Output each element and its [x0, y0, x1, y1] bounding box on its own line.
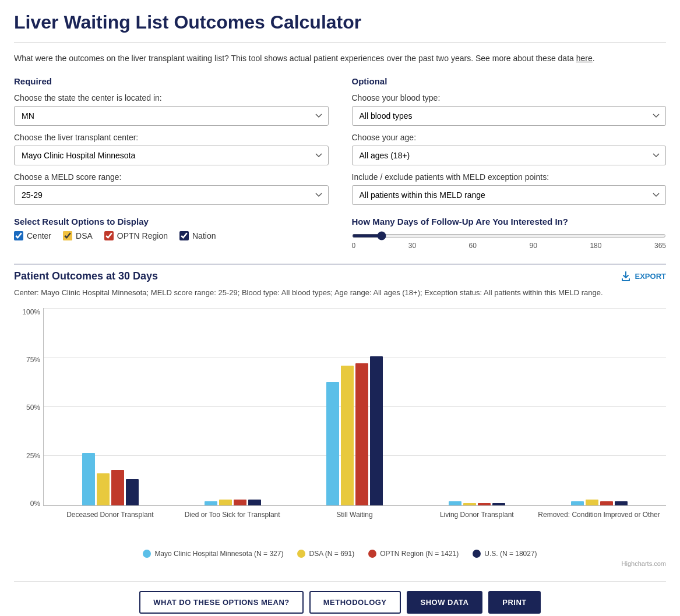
required-label: Required	[14, 76, 329, 86]
checkbox-item-cb_optn[interactable]: OPTN Region	[104, 231, 168, 240]
highcharts-credit: Highcharts.com	[14, 560, 666, 567]
y-label: 0%	[14, 500, 40, 508]
x-label: Still Waiting	[294, 511, 416, 520]
bar	[370, 356, 383, 505]
btn_print[interactable]: PRINT	[488, 591, 541, 614]
legend-dot	[297, 550, 305, 558]
checkbox-section: Select Result Options to Display CenterD…	[14, 217, 329, 240]
title-divider	[14, 43, 666, 43]
checkbox-cb_center[interactable]	[14, 231, 23, 240]
bar-group	[326, 356, 383, 505]
bars-container	[44, 308, 666, 505]
btn_show_data[interactable]: SHOW DATA	[407, 591, 483, 614]
bar	[449, 501, 461, 505]
legend: Mayo Clinic Hospital Minnesota (N = 327)…	[14, 550, 666, 558]
results-subtitle: Center: Mayo Clinic Hospital Minnesota; …	[14, 287, 666, 299]
bar	[355, 363, 368, 505]
checkbox-label-cb_optn: OPTN Region	[117, 231, 168, 240]
bar-group	[571, 500, 628, 505]
x-label: Removed: Condition Improved or Other	[538, 511, 660, 520]
bar-group-inner	[82, 453, 139, 505]
checkbox-cb_nation[interactable]	[179, 231, 189, 240]
options-row: Select Result Options to Display CenterD…	[14, 217, 666, 250]
checkbox-item-cb_center[interactable]: Center	[14, 231, 51, 240]
slider-label: 30	[408, 242, 416, 250]
y-label: 75%	[14, 356, 40, 364]
blood-type-select[interactable]: All blood types	[352, 106, 667, 126]
export-label: EXPORT	[635, 272, 666, 281]
x-label: Living Donor Transplant	[415, 511, 538, 520]
center-select[interactable]: Mayo Clinic Hospital Minnesota	[14, 146, 329, 165]
legend-label: OPTN Region (N = 1421)	[380, 550, 459, 558]
bar-group	[82, 453, 139, 505]
checkbox-item-cb_nation[interactable]: Nation	[179, 231, 216, 240]
slider-label: 90	[530, 242, 537, 250]
legend-item: OPTN Region (N = 1421)	[368, 550, 459, 558]
checkbox-label-cb_dsa: DSA	[76, 231, 93, 240]
bar	[600, 501, 613, 505]
bar	[248, 500, 261, 505]
state-select[interactable]: MN	[14, 106, 329, 126]
y-axis: 100%75%50%25%0%	[14, 308, 40, 520]
legend-dot	[473, 550, 481, 558]
meld-label: Choose a MELD score range:	[14, 172, 329, 182]
y-label: 100%	[14, 308, 40, 316]
bar	[205, 501, 217, 505]
bar	[82, 453, 95, 505]
x-labels: Deceased Donor TransplantDied or Too Sic…	[43, 506, 666, 520]
slider-label: 0	[352, 242, 356, 250]
bar	[586, 500, 598, 505]
bar	[571, 501, 584, 505]
checkbox-row: CenterDSAOPTN RegionNation	[14, 231, 329, 240]
slider-labels: 0306090180365	[352, 242, 667, 250]
select-results-label: Select Result Options to Display	[14, 217, 329, 226]
blood-type-label: Choose your blood type:	[352, 93, 667, 102]
checkbox-label-cb_nation: Nation	[192, 231, 216, 240]
checkbox-item-cb_dsa[interactable]: DSA	[63, 231, 93, 240]
export-button[interactable]: EXPORT	[620, 271, 666, 282]
exception-select[interactable]: All patients within this MELD range	[352, 185, 667, 205]
legend-dot	[143, 550, 151, 558]
bar-group-inner	[449, 501, 505, 505]
results-title: Patient Outcomes at 30 Days	[14, 270, 158, 282]
chart-inner	[43, 308, 666, 506]
follow-up-slider[interactable]	[352, 234, 667, 238]
bar-group	[205, 500, 261, 505]
optional-label: Optional	[352, 76, 667, 86]
slider-label: 60	[469, 242, 477, 250]
legend-dot	[368, 550, 376, 558]
age-label: Choose your age:	[352, 133, 667, 142]
legend-label: U.S. (N = 18027)	[484, 550, 537, 558]
bar	[326, 382, 339, 505]
slider-section: How Many Days of Follow-Up Are You Inter…	[352, 217, 667, 250]
legend-label: DSA (N = 691)	[309, 550, 354, 558]
state-label: Choose the state the center is located i…	[14, 93, 329, 102]
intro-text: What were the outcomes on the liver tran…	[14, 52, 666, 65]
bottom-buttons: WHAT DO THESE OPTIONS MEAN?METHODOLOGYSH…	[14, 581, 666, 614]
btn_options[interactable]: WHAT DO THESE OPTIONS MEAN?	[139, 591, 304, 614]
chart-area: 100%75%50%25%0% Deceased Donor Transplan…	[14, 308, 666, 543]
checkbox-label-cb_center: Center	[27, 231, 51, 240]
export-icon	[620, 271, 632, 282]
bar	[219, 500, 232, 505]
checkbox-cb_optn[interactable]	[104, 231, 114, 240]
checkbox-cb_dsa[interactable]	[63, 231, 72, 240]
y-label: 25%	[14, 452, 40, 460]
bar-group	[449, 501, 505, 505]
slider-wrapper: 0306090180365	[352, 230, 667, 250]
meld-select[interactable]: 25-29	[14, 185, 329, 205]
btn_methodology[interactable]: METHODOLOGY	[309, 591, 401, 614]
exception-label: Include / exclude patients with MELD exc…	[352, 172, 667, 182]
legend-item: U.S. (N = 18027)	[473, 550, 537, 558]
x-label: Died or Too Sick for Transplant	[171, 511, 294, 520]
age-select[interactable]: All ages (18+)	[352, 146, 667, 165]
here-link[interactable]: here	[576, 54, 593, 63]
bar	[126, 479, 139, 505]
bar	[97, 473, 110, 505]
form-section: Required Choose the state the center is …	[14, 76, 666, 205]
results-header: Patient Outcomes at 30 Days EXPORT	[14, 264, 666, 282]
legend-item: Mayo Clinic Hospital Minnesota (N = 327)	[143, 550, 283, 558]
bar	[615, 501, 628, 505]
slider-label: 180	[590, 242, 601, 250]
x-label: Deceased Donor Transplant	[49, 511, 171, 520]
